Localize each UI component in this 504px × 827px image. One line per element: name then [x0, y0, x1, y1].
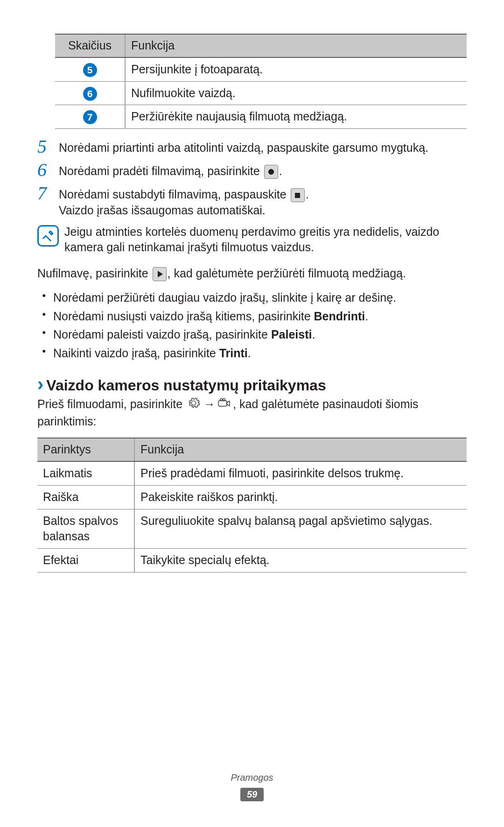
table2-header-options: Parinktys [37, 438, 134, 461]
table2-opt-2: Baltos spalvos balansas [37, 509, 134, 549]
bullet-0-text: Norėdami peržiūrėti daugiau vaizdo įrašų… [53, 291, 396, 304]
after-note-before: Nufilmavę, pasirinkite [37, 267, 152, 280]
bullet-2-post: . [312, 328, 315, 341]
step-5: 5 Norėdami priartinti arba atitolinti va… [37, 137, 467, 156]
bullet-2-bold: Paleisti [271, 328, 312, 341]
bullet-1-pre: Norėdami nusiųsti vaizdo įrašą kitiems, … [53, 310, 314, 323]
step-number: 6 [37, 161, 59, 179]
number-function-table: Skaičius Funkcija 5 Persijunkite į fotoa… [55, 34, 467, 129]
table1-func-1: Nufilmuokite vaizdą. [125, 81, 467, 105]
section-intro: Prieš filmuodami, pasirinkite →, kad gal… [37, 396, 467, 430]
table-row: 5 Persijunkite į fotoaparatą. [55, 57, 467, 81]
after-note-after: , kad galėtumėte peržiūrėti filmuotą med… [168, 267, 406, 280]
number-badge-5: 5 [83, 63, 97, 77]
stop-icon [291, 188, 305, 202]
options-function-table: Parinktys Funkcija Laikmatis Prieš pradė… [37, 438, 467, 573]
table1-header-function: Funkcija [125, 34, 467, 57]
bullet-3-pre: Naikinti vaizdo įrašą, pasirinkite [53, 346, 219, 360]
gear-icon [187, 396, 201, 414]
step-7-line1-before: Norėdami sustabdyti filmavimą, paspauski… [59, 188, 290, 201]
bullet-1-bold: Bendrinti [314, 310, 365, 323]
table2-opt-1: Raiška [37, 485, 134, 509]
after-note-paragraph: Nufilmavę, pasirinkite , kad galėtumėte … [37, 266, 467, 282]
section-heading: › Vaizdo kameros nustatymų pritaikymas [37, 375, 467, 396]
number-badge-6: 6 [83, 87, 97, 101]
step-6-before: Norėdami pradėti filmavimą, pasirinkite [59, 164, 263, 177]
table-row: 6 Nufilmuokite vaizdą. [55, 81, 467, 105]
bullet-3-bold: Trinti [219, 346, 248, 360]
table-row: Baltos spalvos balansas Sureguliuokite s… [37, 509, 467, 549]
note-block: Jeigu atminties kortelės duomenų perdavi… [37, 224, 467, 256]
table-row: Laikmatis Prieš pradėdami filmuoti, pasi… [37, 461, 467, 485]
step-7-body: Norėdami sustabdyti filmavimą, paspauski… [59, 184, 467, 219]
table-row: 7 Peržiūrėkite naujausią filmuotą medžia… [55, 105, 467, 129]
step-6-after: . [279, 164, 282, 177]
step-7-line2: Vaizdo įrašas išsaugomas automatiškai. [59, 204, 266, 217]
list-item: Naikinti vaizdo įrašą, pasirinkite Trint… [37, 346, 467, 361]
table2-header-function: Funkcija [134, 438, 467, 461]
camcorder-icon [218, 396, 232, 414]
page-footer: Pramogos 59 [0, 771, 504, 802]
bullet-list: Norėdami peržiūrėti daugiau vaizdo įrašų… [37, 290, 467, 361]
list-item: Norėdami paleisti vaizdo įrašą, pasirink… [37, 327, 467, 343]
table2-opt-0: Laikmatis [37, 461, 134, 485]
play-icon [153, 267, 167, 281]
step-number: 7 [37, 184, 59, 203]
table2-opt-3: Efektai [37, 549, 134, 573]
list-item: Norėdami peržiūrėti daugiau vaizdo įrašų… [37, 290, 467, 306]
table1-header-number: Skaičius [55, 34, 125, 57]
step-7-line1-after: . [306, 188, 309, 201]
table-row: Raiška Pakeiskite raiškos parinktį. [37, 485, 467, 509]
chevron-icon: › [37, 375, 43, 393]
footer-section-label: Pramogos [0, 771, 504, 784]
bullet-1-post: . [365, 310, 368, 323]
bullet-2-pre: Norėdami paleisti vaizdo įrašą, pasirink… [53, 328, 271, 341]
step-7: 7 Norėdami sustabdyti filmavimą, paspaus… [37, 184, 467, 219]
record-icon [264, 165, 278, 179]
arrow-icon: → [203, 397, 215, 410]
bullet-3-post: . [248, 346, 251, 360]
section-title: Vaizdo kameros nustatymų pritaikymas [46, 375, 326, 396]
intro-before: Prieš filmuodami, pasirinkite [37, 397, 186, 410]
step-6: 6 Norėdami pradėti filmavimą, pasirinkit… [37, 161, 467, 179]
note-text: Jeigu atminties kortelės duomenų perdavi… [64, 224, 467, 256]
page-number: 59 [240, 788, 264, 801]
note-icon [37, 225, 59, 247]
table2-func-2: Sureguliuokite spalvų balansą pagal apšv… [134, 509, 467, 549]
table2-func-0: Prieš pradėdami filmuoti, pasirinkite de… [134, 461, 467, 485]
table1-func-2: Peržiūrėkite naujausią filmuotą medžiagą… [125, 105, 467, 129]
list-item: Norėdami nusiųsti vaizdo įrašą kitiems, … [37, 309, 467, 325]
step-6-body: Norėdami pradėti filmavimą, pasirinkite … [59, 161, 467, 179]
table2-func-1: Pakeiskite raiškos parinktį. [134, 485, 467, 509]
table1-func-0: Persijunkite į fotoaparatą. [125, 57, 467, 81]
step-5-text: Norėdami priartinti arba atitolinti vaiz… [59, 137, 467, 156]
table-row: Efektai Taikykite specialų efektą. [37, 549, 467, 573]
table2-func-3: Taikykite specialų efektą. [134, 549, 467, 573]
svg-rect-0 [218, 401, 227, 406]
number-badge-7: 7 [83, 110, 97, 124]
step-number: 5 [37, 137, 59, 156]
